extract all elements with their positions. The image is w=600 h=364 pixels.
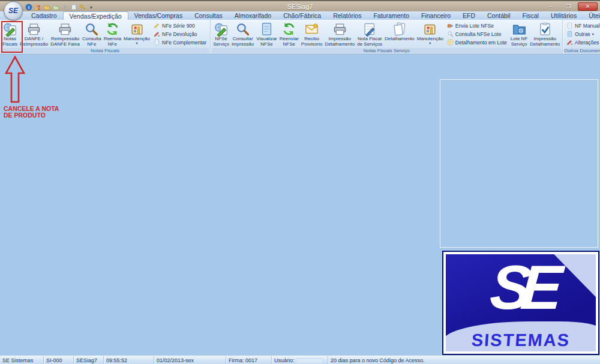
consulta-impressao-button[interactable]: Consulta/Impressão bbox=[230, 20, 255, 48]
page-icon[interactable] bbox=[70, 4, 77, 11]
tab-vendas-expedi-o[interactable]: Vendas/Expedição bbox=[63, 11, 128, 20]
status-segment: Usuário: bbox=[272, 356, 328, 364]
lote-nf-servico-button[interactable]: Lote NFServiço bbox=[509, 20, 529, 48]
window-controls: – ❐ ✕ bbox=[543, 2, 598, 11]
title-bar: SESiag7 i?▾ – ❐ ✕ bbox=[0, 0, 600, 11]
ribbon-tab-bar: CadastroVendas/ExpediçãoVendas/ComprasCo… bbox=[0, 11, 600, 20]
annotation-highlight-box bbox=[1, 21, 23, 53]
minimize-button[interactable]: – bbox=[543, 2, 559, 11]
envia-lote-nfse-button[interactable]: Envia Lote NFSe bbox=[446, 22, 508, 29]
tab-consultas[interactable]: Consultas bbox=[188, 11, 229, 20]
annotation-text: CANCELE A NOTA DE PRODUTO bbox=[4, 106, 68, 119]
lote-nf-servico-icon bbox=[512, 21, 527, 37]
application-window: SESiag7 i?▾ – ❐ ✕ SE CadastroVendas/Expe… bbox=[0, 0, 600, 364]
tab-relat-rios[interactable]: Relatórios bbox=[327, 11, 367, 20]
nota-fiscal-de-servicos-button[interactable]: Nota Fiscalde Serviços bbox=[356, 20, 383, 48]
reenvia-nfe-icon bbox=[105, 21, 120, 37]
tab-utilit-rios[interactable]: Utilitários bbox=[545, 11, 583, 20]
recibo-provisorio-button[interactable]: ReciboProvisório bbox=[300, 20, 324, 48]
ribbon-group-notas-fiscais-servi-o: NFSeServiçoConsulta/ImpressãoVisualizarN… bbox=[211, 20, 563, 54]
status-segment: SI-000 bbox=[44, 356, 74, 364]
manutencao-nfse-button[interactable]: Manutenção▾ bbox=[416, 20, 445, 48]
se-sistemas-logo: SE SISTEMAS bbox=[442, 251, 599, 355]
alteracoes-icon bbox=[566, 37, 573, 48]
close-button[interactable]: ✕ bbox=[578, 2, 598, 11]
chevron-down-icon: ▾ bbox=[429, 42, 431, 45]
ribbon-group-label: Outros Documentos bbox=[564, 48, 600, 53]
reenvia-nfe-button[interactable]: ReenviaNFe bbox=[103, 20, 122, 48]
status-bar: SE SistemasSI-000SESiag709:55:5201/02/20… bbox=[0, 356, 600, 364]
detalhamento-icon bbox=[392, 21, 407, 37]
tab-financeiro[interactable]: Financeiro bbox=[415, 11, 457, 20]
manutencao-nf-button[interactable]: Manutenção▾ bbox=[122, 20, 151, 48]
ribbon: NotasFiscaisDANFE /ReimpressãoReimpressã… bbox=[0, 20, 600, 55]
key-icon[interactable] bbox=[79, 4, 86, 11]
users-icon[interactable] bbox=[34, 4, 41, 11]
nfe-devolucao-button[interactable]: NFe Devolução bbox=[152, 30, 208, 38]
nfe-serie-900-button[interactable]: NFe Série 900 bbox=[152, 22, 208, 29]
svg-text:?: ? bbox=[63, 4, 66, 10]
status-segment: 20 dias para o novo Código de Acesso. bbox=[328, 356, 600, 364]
consulta-nfse-lote-button[interactable]: Consulta NFSe Lote bbox=[446, 30, 508, 38]
ribbon-group-label: Notas Fiscais Serviço bbox=[212, 48, 561, 53]
impressao-detalhamento-lote-icon bbox=[538, 21, 553, 37]
impressao-detalhamento-icon bbox=[332, 21, 347, 37]
danfe-reimpressao-icon bbox=[26, 21, 41, 37]
info-icon[interactable]: i bbox=[25, 4, 32, 11]
manutencao-nfse-icon bbox=[422, 21, 437, 37]
tab-fiscal[interactable]: Fiscal bbox=[517, 11, 545, 20]
help-icon[interactable]: ? bbox=[61, 4, 68, 11]
status-segment: 09:55:52 bbox=[104, 356, 154, 364]
alteracoes-button[interactable]: Alterações bbox=[565, 38, 600, 46]
nfe-complementar-icon bbox=[154, 37, 160, 48]
consulta-nfe-button[interactable]: ConsultaNFe bbox=[81, 20, 103, 48]
logo-sistemas-text: SISTEMAS bbox=[446, 330, 596, 350]
nfse-servico-button[interactable]: NFSeServiço bbox=[212, 20, 230, 48]
reenviar-nfse-button[interactable]: ReenviarNFSe bbox=[278, 20, 300, 48]
consulta-nfe-icon bbox=[84, 21, 99, 37]
tab-cont-bil[interactable]: Contábil bbox=[481, 11, 517, 20]
detalhamento-em-lote-button[interactable]: Detalhamento em Lote bbox=[446, 38, 508, 46]
visualizar-nfse-button[interactable]: VisualizarNFSe bbox=[255, 20, 278, 48]
tab-cadastro[interactable]: Cadastro bbox=[25, 11, 63, 20]
qat-customize-dropdown-icon[interactable]: ▾ bbox=[90, 5, 92, 10]
manutencao-nf-icon bbox=[130, 21, 145, 37]
application-menu-button[interactable]: SE bbox=[4, 1, 23, 20]
detalhamento-button[interactable]: Detalhamento bbox=[383, 20, 416, 48]
consulta-impressao-icon bbox=[235, 21, 250, 37]
maximize-button[interactable]: ❐ bbox=[560, 2, 577, 11]
tab-almoxarifado[interactable]: Almoxarifado bbox=[229, 11, 277, 20]
tab-efd[interactable]: EFD bbox=[457, 11, 481, 20]
redacted-user-value bbox=[296, 358, 323, 363]
tab-vendas-compras[interactable]: Vendas/Compras bbox=[128, 11, 189, 20]
status-segment: Firma: 0017 bbox=[226, 356, 272, 364]
nota-fiscal-de-servicos-icon bbox=[362, 21, 377, 37]
tab-ch-o-f-brica[interactable]: Chão/Fábrica bbox=[277, 11, 327, 20]
chevron-down-icon: ▾ bbox=[136, 42, 137, 45]
recibo-provisorio-icon bbox=[304, 21, 319, 37]
tab--teis[interactable]: Úteis bbox=[583, 11, 600, 20]
impressao-detalhamento-button[interactable]: ImpressãoDetalhamento bbox=[323, 20, 356, 48]
annotation-arrow-up-icon bbox=[4, 55, 26, 104]
ribbon-group-outros-documentos: NF ManualOutras▾AlteraçõesOutros Documen… bbox=[563, 20, 600, 54]
danfe-reimpressao-button[interactable]: DANFE /Reimpressão bbox=[19, 20, 49, 48]
nfe-complementar-button[interactable]: NFe Complementar bbox=[152, 38, 208, 46]
reimpressao-danfe-faixa-button[interactable]: ReimpressãoDANFE Faixa bbox=[49, 20, 81, 48]
svg-text:i: i bbox=[28, 5, 29, 10]
logo-se-text: SE bbox=[446, 254, 596, 323]
quick-access-toolbar: i?▾ bbox=[25, 3, 92, 11]
folder-green-icon[interactable] bbox=[52, 4, 59, 11]
status-segment: SE Sistemas bbox=[0, 356, 44, 364]
detalhamento-em-lote-icon bbox=[447, 37, 454, 48]
reimpressao-danfe-faixa-icon bbox=[58, 21, 73, 37]
ribbon-group-label: Notas Fiscais bbox=[1, 48, 209, 53]
app-logo-icon: SE bbox=[8, 7, 18, 15]
nfse-servico-icon bbox=[214, 21, 229, 37]
tab-faturamento[interactable]: Faturamento bbox=[367, 11, 415, 20]
chevron-down-icon: ▾ bbox=[592, 32, 594, 36]
reenviar-nfse-icon bbox=[281, 21, 296, 37]
impressao-detalhamento-lote-button[interactable]: ImpressãoDetalhamento bbox=[529, 20, 561, 48]
folder-open-icon[interactable] bbox=[43, 4, 50, 11]
empty-content-panel bbox=[440, 79, 598, 248]
status-segment: SESiag7 bbox=[74, 356, 104, 364]
